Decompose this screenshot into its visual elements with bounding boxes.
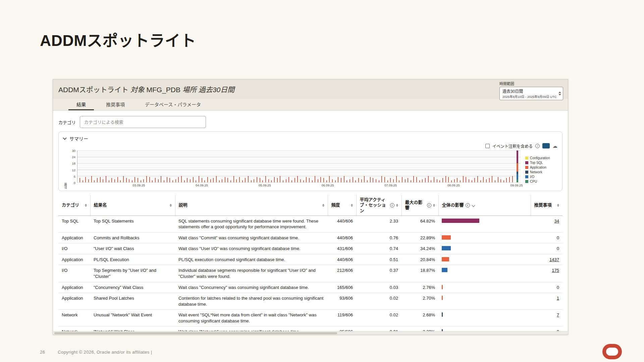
scrollbar-thumb[interactable] [54, 332, 337, 334]
cell-max-impact: 22.89% [401, 232, 438, 243]
chart-bar [454, 179, 455, 183]
cell-max-impact: 18.87% [401, 265, 438, 282]
chart-bar [355, 180, 356, 182]
sort-icon[interactable] [170, 204, 172, 207]
cell-category: Network [58, 310, 90, 326]
y-axis-tick: 18 [72, 162, 75, 165]
chart-bar [225, 177, 225, 182]
tab-1[interactable]: 推奨事項 [96, 99, 135, 110]
summary-title: サマリー [69, 135, 88, 142]
legend-item[interactable]: Top SQL [525, 161, 557, 165]
info-icon[interactable]: i [390, 203, 394, 207]
sort-icon[interactable] [85, 204, 87, 207]
column-header-3[interactable]: 頻度 [328, 195, 356, 216]
chart-bar [184, 180, 185, 182]
category-search-input[interactable] [80, 116, 206, 128]
sort-icon[interactable] [396, 204, 398, 207]
legend-item[interactable]: Application [525, 166, 557, 169]
chart-bar [187, 178, 187, 182]
cell-avg-active-sessions: 0.02 [356, 293, 401, 310]
chart-bar [486, 179, 487, 183]
chart-bar [326, 180, 327, 182]
copyright-text: Copyright © 2026, Oracle and/or its affi… [58, 350, 152, 355]
sort-icon[interactable] [433, 204, 435, 207]
column-header-7[interactable]: 推奨事項 [531, 195, 562, 216]
tab-2[interactable]: データベース・パラメータ [135, 99, 211, 110]
chart-view-toggle-icon[interactable] [542, 143, 550, 148]
category-label: カテゴリ [58, 119, 76, 125]
place-value: 過去30日間 [199, 86, 234, 94]
column-header-4[interactable]: 平均アクティブ・セッションi [356, 195, 401, 216]
chart-bar [503, 180, 504, 182]
time-range-select[interactable]: 過去30日間 2025年8月10日 - 2025年9月09日 UTC [499, 87, 563, 100]
summary-collapse-header[interactable]: サマリー [63, 135, 557, 142]
legend-item[interactable]: Network [525, 170, 557, 174]
chart-bar [379, 180, 379, 182]
cell-overall-impact [438, 254, 531, 265]
chart-bar [376, 179, 376, 183]
info-icon[interactable]: i [427, 203, 431, 207]
x-axis-label: 07.09.25 [384, 183, 397, 187]
chart-bar [422, 179, 423, 183]
column-header-0[interactable]: カテゴリ [58, 195, 90, 216]
recommendations-link[interactable]: 34 [554, 219, 559, 224]
overall-impact-bar [442, 246, 451, 250]
cell-overall-impact [438, 282, 531, 293]
sort-icon[interactable] [557, 204, 559, 207]
column-header-6[interactable]: 全体の影響i [438, 195, 531, 216]
chart-bar [277, 178, 278, 182]
tab-0[interactable]: 結果 [66, 99, 96, 110]
page-title: ADDMスポットライト [40, 28, 196, 50]
x-axis-label: 06.09.25 [321, 183, 334, 187]
cell-avg-active-sessions: 0.02 [356, 310, 401, 326]
info-icon[interactable]: i [535, 144, 540, 148]
legend-swatch-icon [525, 180, 528, 183]
time-range-detail: 2025年8月10日 - 2025年9月09日 UTC [502, 94, 556, 99]
chart-bar [396, 176, 397, 182]
recommendations-link[interactable]: 1437 [549, 257, 559, 262]
legend-swatch-icon [525, 171, 528, 174]
column-header-1[interactable]: 結果名 [90, 195, 175, 216]
recommendations-link[interactable]: 7 [557, 312, 559, 317]
legend-item[interactable]: Configuration [525, 156, 557, 160]
cloud-icon[interactable] [552, 143, 557, 148]
column-header-2[interactable]: 説明 [175, 195, 328, 216]
chart-bar [402, 177, 402, 182]
cell-description: Wait class "Commit" was consuming signif… [175, 232, 328, 243]
legend-item[interactable]: I/O [525, 175, 557, 179]
cell-recommendations: 0 [531, 282, 562, 293]
chart-bar [350, 179, 350, 183]
column-header-label: カテゴリ [62, 202, 79, 208]
cell-frequency: 165/606 [328, 282, 356, 293]
recommendations-count: 0 [557, 285, 559, 290]
chart-bar [216, 176, 217, 182]
chart-bar [341, 178, 341, 182]
sort-icon[interactable] [322, 204, 324, 207]
column-header-5[interactable]: 最大の影響i [401, 195, 438, 216]
recommendations-link[interactable]: 1 [557, 296, 559, 301]
cell-description: PL/SQL execution consumed significant da… [175, 254, 328, 265]
chart-bar [373, 178, 373, 182]
event-annotation-checkbox[interactable] [485, 144, 490, 148]
cell-avg-active-sessions: 0.74 [356, 243, 401, 254]
chart-bar [123, 176, 124, 182]
chart-bar [509, 177, 510, 182]
cell-recommendations: 0 [531, 243, 562, 254]
horizontal-scrollbar [53, 331, 568, 335]
x-axis-label: 08.09.25 [447, 183, 460, 187]
chart-bar [460, 180, 461, 182]
y-axis-tick: 0 [74, 181, 75, 185]
cell-max-impact: 20.84% [401, 254, 438, 265]
info-icon[interactable]: i [466, 203, 470, 207]
chart-bar [353, 177, 353, 182]
chart-bar [416, 177, 417, 182]
recommendations-link[interactable]: 175 [552, 268, 559, 273]
legend-item[interactable]: CPU [525, 180, 557, 183]
sort-icon[interactable] [351, 204, 353, 207]
cell-frequency: 440/606 [328, 216, 356, 232]
chart-bar [434, 177, 434, 182]
spinner-icon[interactable] [558, 92, 561, 96]
app-header-title: ADDMスポットライト 対象 MFG_PDB 場所 過去30日間 [58, 84, 234, 94]
chevron-down-icon[interactable] [472, 203, 475, 207]
chart-bar [457, 178, 458, 182]
